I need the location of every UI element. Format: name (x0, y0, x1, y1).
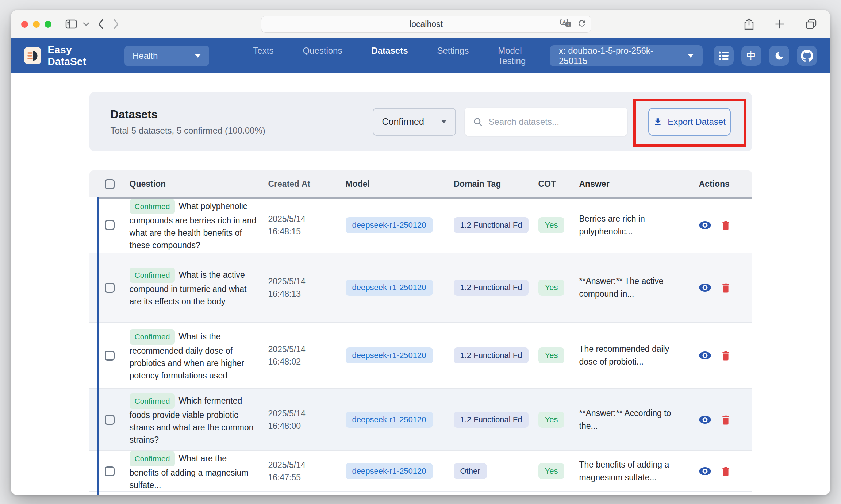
answer-text: Berries are rich in polyphenolic... (575, 212, 688, 238)
created-date: 2025/5/14 (268, 343, 330, 355)
datasets-header-panel: Datasets Total 5 datasets, 5 confirmed (… (89, 92, 752, 151)
status-badge: Confirmed (130, 393, 175, 409)
created-date: 2025/5/14 (268, 275, 330, 288)
view-button[interactable] (699, 351, 711, 360)
created-date: 2025/5/14 (268, 407, 330, 420)
table-header-row: Question Created At Model Domain Tag COT… (89, 170, 752, 197)
answer-text: **Answer:** According to the... (575, 407, 688, 432)
nav-item-questions[interactable]: Questions (302, 42, 343, 70)
tab-overview-icon[interactable] (805, 19, 817, 30)
app-navbar: Easy DataSet Health Texts Questions Data… (11, 38, 830, 73)
created-date: 2025/5/14 (268, 213, 330, 225)
domain-tag-chip: 1.2 Functional Fd (454, 412, 529, 428)
chevron-down-icon (195, 54, 201, 58)
translate-icon[interactable]: A 文 (560, 19, 572, 30)
status-filter-select[interactable]: Confirmed (373, 108, 456, 136)
chevron-down-icon (441, 120, 446, 123)
datasets-summary: Total 5 datasets, 5 confirmed (100.00%) (111, 126, 265, 136)
table-row[interactable]: ConfirmedWhat is the recommended daily d… (89, 323, 752, 389)
main-nav: Texts Questions Datasets Settings Model … (252, 42, 550, 70)
url-text: localhost (266, 19, 586, 29)
svg-text:文: 文 (567, 23, 570, 27)
table-row[interactable]: ConfirmedWhat are the benefits of adding… (89, 451, 752, 492)
table-row[interactable]: ConfirmedWhat is the active compound in … (89, 253, 752, 323)
task-list-button[interactable] (714, 46, 734, 66)
delete-button[interactable] (721, 414, 730, 425)
model-chip: deepseek-r1-250120 (346, 217, 433, 233)
export-dataset-button[interactable]: Export Dataset (648, 108, 731, 136)
created-date: 2025/5/14 (268, 459, 330, 471)
language-toggle-button[interactable]: 中 (741, 46, 761, 66)
answer-text: The benefits of adding a magnesium sulfa… (575, 458, 688, 484)
project-select[interactable]: Health (124, 46, 209, 66)
answer-text: The recommended daily dose of probioti..… (575, 343, 688, 368)
delete-button[interactable] (721, 282, 730, 293)
nav-item-settings[interactable]: Settings (437, 42, 470, 70)
new-tab-icon[interactable] (775, 19, 785, 29)
row-checkbox[interactable] (105, 415, 115, 425)
nav-item-datasets[interactable]: Datasets (370, 42, 408, 70)
app-title: Easy DataSet (48, 44, 113, 68)
status-badge: Confirmed (130, 268, 175, 283)
answer-text: **Answer:** The active compound in... (575, 275, 688, 300)
project-select-value: Health (133, 51, 158, 61)
svg-text:A: A (562, 20, 566, 25)
zoom-window-button[interactable] (45, 21, 51, 28)
created-time: 16:48:02 (268, 355, 330, 368)
language-zh-icon: 中 (746, 49, 756, 62)
download-icon (653, 117, 663, 127)
status-filter-value: Confirmed (382, 116, 424, 127)
view-button[interactable] (699, 283, 711, 292)
header-domain-tag: Domain Tag (440, 179, 531, 189)
model-chip: deepseek-r1-250120 (346, 463, 433, 479)
cot-chip: Yes (538, 217, 565, 233)
search-input[interactable] (489, 117, 619, 127)
row-checkbox[interactable] (105, 220, 115, 230)
page-title: Datasets (111, 108, 265, 121)
browser-window: localhost A 文 (11, 10, 830, 495)
back-button[interactable] (97, 19, 104, 30)
select-all-checkbox[interactable] (105, 179, 115, 189)
sidebar-chevron-icon[interactable] (83, 22, 89, 26)
nav-item-model-testing[interactable]: Model Testing (497, 42, 550, 70)
github-button[interactable] (797, 46, 817, 66)
search-icon (473, 117, 483, 127)
scroll-indicator (97, 197, 99, 495)
header-actions: Actions (688, 179, 752, 189)
minimize-window-button[interactable] (33, 21, 40, 28)
share-icon[interactable] (744, 18, 754, 30)
row-checkbox[interactable] (105, 283, 115, 293)
model-chip: deepseek-r1-250120 (346, 280, 433, 296)
row-checkbox[interactable] (105, 351, 115, 361)
table-row[interactable]: ConfirmedWhat polyphenolic compounds are… (89, 197, 752, 253)
chevron-down-icon (687, 54, 694, 58)
view-button[interactable] (699, 415, 711, 424)
row-checkbox[interactable] (105, 466, 115, 476)
forward-button[interactable] (113, 19, 119, 30)
view-button[interactable] (699, 221, 711, 230)
status-badge: Confirmed (130, 329, 175, 345)
search-box (465, 108, 627, 136)
delete-button[interactable] (721, 350, 730, 361)
reload-icon[interactable] (577, 19, 587, 30)
cot-chip: Yes (538, 347, 565, 363)
view-button[interactable] (699, 467, 711, 476)
model-chip: deepseek-r1-250120 (346, 412, 433, 428)
dark-mode-button[interactable] (769, 46, 789, 66)
table-row[interactable]: ConfirmedWhich fermented foods provide v… (89, 389, 752, 451)
header-question: Question (130, 179, 268, 189)
datasets-table: Question Created At Model Domain Tag COT… (89, 170, 752, 492)
delete-button[interactable] (721, 220, 730, 231)
address-bar[interactable]: localhost A 文 (261, 16, 591, 33)
created-time: 16:48:15 (268, 225, 330, 238)
close-window-button[interactable] (21, 21, 28, 28)
model-chip: deepseek-r1-250120 (346, 347, 433, 363)
moon-icon (774, 51, 784, 61)
window-controls (21, 21, 51, 28)
sidebar-icon[interactable] (65, 19, 77, 29)
github-icon (801, 50, 813, 62)
model-select[interactable]: x: doubao-1-5-pro-256k-250115 (550, 45, 703, 66)
delete-button[interactable] (721, 466, 730, 477)
cot-chip: Yes (538, 412, 565, 428)
nav-item-texts[interactable]: Texts (252, 42, 274, 70)
